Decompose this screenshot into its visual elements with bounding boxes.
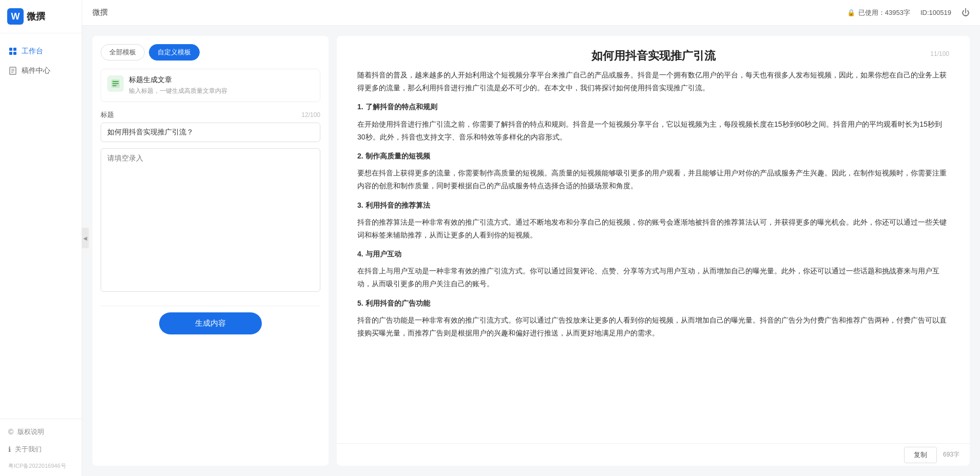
- usage-info: 🔒 已使用：43953字: [847, 8, 910, 17]
- article-header: 如何用抖音实现推广引流 11/100: [337, 36, 970, 69]
- drafts-icon: [8, 66, 17, 75]
- drafts-label: 稿件中心: [22, 66, 50, 75]
- title-char-count: 12/100: [301, 111, 320, 118]
- section-3-body: 抖音的推荐算法是一种非常有效的推广引流方式。通过不断地发布和分享自己的短视频，你…: [357, 216, 949, 242]
- title-form-section: 标题 12/100: [101, 110, 320, 142]
- power-icon[interactable]: ⏻: [962, 8, 970, 17]
- topbar-title: 微撰: [92, 8, 108, 17]
- user-id: ID:100519: [920, 9, 951, 16]
- sidebar-item-workbench[interactable]: 工作台: [0, 42, 82, 61]
- usage-icon: 🔒: [847, 9, 855, 16]
- svg-rect-11: [112, 85, 117, 86]
- copyright-label: 版权说明: [17, 427, 44, 437]
- about-label: 关于我们: [15, 445, 42, 454]
- copyright-icon: ©: [8, 428, 13, 436]
- keywords-form-section: [101, 148, 320, 293]
- about-icon: ℹ: [8, 445, 11, 453]
- section-4-body: 在抖音上与用户互动是一种非常有效的推广引流方式。你可以通过回复评论、点赞、分享等…: [357, 265, 949, 290]
- template-name: 标题生成文章: [129, 75, 314, 85]
- article-footer: 复制 693字: [337, 443, 970, 466]
- section-1-body: 在开始使用抖音进行推广引流之前，你需要了解抖音的特点和规则。抖音是一个短视频分享…: [357, 118, 949, 144]
- template-tabs: 全部模板 自定义模板: [101, 44, 320, 61]
- svg-rect-9: [112, 81, 119, 82]
- title-label-row: 标题 12/100: [101, 110, 320, 120]
- topbar: 微撰 🔒 已使用：43953字 ID:100519 ⏻: [82, 0, 980, 26]
- workbench-label: 工作台: [22, 47, 43, 56]
- svg-rect-2: [9, 52, 12, 55]
- template-card-title-article[interactable]: 标题生成文章 输入标题，一键生成高质量文章内容: [101, 69, 320, 102]
- section-5-heading: 5. 利用抖音的广告功能: [357, 297, 949, 310]
- workbench-icon: [8, 47, 17, 56]
- svg-rect-1: [13, 48, 16, 51]
- section-2-heading: 2. 制作高质量的短视频: [357, 150, 949, 163]
- sidebar-item-drafts[interactable]: 稿件中心: [0, 61, 82, 81]
- svg-rect-0: [9, 48, 12, 51]
- logo-text: 微撰: [27, 10, 45, 23]
- about-item[interactable]: ℹ 关于我们: [8, 443, 73, 456]
- article-intro: 随着抖音的普及，越来越多的人开始利用这个短视频分享平台来推广自己的产品或服务。抖…: [357, 69, 949, 94]
- copy-button[interactable]: 复制: [904, 447, 937, 463]
- title-form-label: 标题: [101, 110, 114, 120]
- title-input[interactable]: [101, 123, 320, 142]
- left-panel: 全部模板 自定义模板 标题生成文章 输入标题，一键生成高质量文章内容: [92, 36, 329, 466]
- section-5-body: 抖音的广告功能是一种非常有效的推广引流方式。你可以通过广告投放来让更多的人看到你…: [357, 314, 949, 340]
- section-4-heading: 4. 与用户互动: [357, 248, 949, 261]
- main-area: 微撰 🔒 已使用：43953字 ID:100519 ⏻ 全部模板 自定义模板: [82, 0, 980, 476]
- keywords-textarea[interactable]: [101, 148, 320, 292]
- icp-text: 粤ICP备2022016946号: [8, 460, 73, 472]
- svg-rect-3: [13, 52, 16, 55]
- template-card-icon: [107, 75, 124, 92]
- section-3-heading: 3. 利用抖音的推荐算法: [357, 199, 949, 212]
- logo-area: W 微撰: [0, 0, 82, 33]
- collapse-sidebar-button[interactable]: ◀: [82, 228, 89, 248]
- logo-icon: W: [7, 8, 24, 25]
- sidebar-footer: © 版权说明 ℹ 关于我们 粤ICP备2022016946号: [0, 419, 82, 476]
- section-1-heading: 1. 了解抖音的特点和规则: [357, 101, 949, 113]
- page-count: 11/100: [930, 50, 949, 57]
- content-area: 全部模板 自定义模板 标题生成文章 输入标题，一键生成高质量文章内容: [82, 26, 980, 476]
- generate-button[interactable]: 生成内容: [159, 312, 262, 334]
- sidebar: W 微撰 工作台 稿件: [0, 0, 82, 476]
- topbar-right: 🔒 已使用：43953字 ID:100519 ⏻: [847, 8, 970, 17]
- tab-custom-templates[interactable]: 自定义模板: [149, 44, 200, 61]
- article-body[interactable]: 随着抖音的普及，越来越多的人开始利用这个短视频分享平台来推广自己的产品或服务。抖…: [337, 69, 970, 443]
- tab-all-templates[interactable]: 全部模板: [101, 44, 145, 61]
- template-info: 标题生成文章 输入标题，一键生成高质量文章内容: [129, 75, 314, 95]
- copyright-item[interactable]: © 版权说明: [8, 425, 73, 439]
- form-divider: [101, 306, 320, 306]
- section-2-body: 要想在抖音上获得更多的流量，你需要制作高质量的短视频。高质量的短视频能够吸引更多…: [357, 167, 949, 192]
- right-panel: 如何用抖音实现推广引流 11/100 随着抖音的普及，越来越多的人开始利用这个短…: [337, 36, 970, 466]
- svg-rect-10: [112, 83, 119, 84]
- nav-section: 工作台 稿件中心: [0, 33, 82, 419]
- article-title: 如何用抖音实现推广引流: [591, 48, 716, 64]
- template-desc: 输入标题，一键生成高质量文章内容: [129, 87, 314, 95]
- word-count: 693字: [943, 450, 959, 459]
- usage-text: 已使用：43953字: [858, 8, 910, 17]
